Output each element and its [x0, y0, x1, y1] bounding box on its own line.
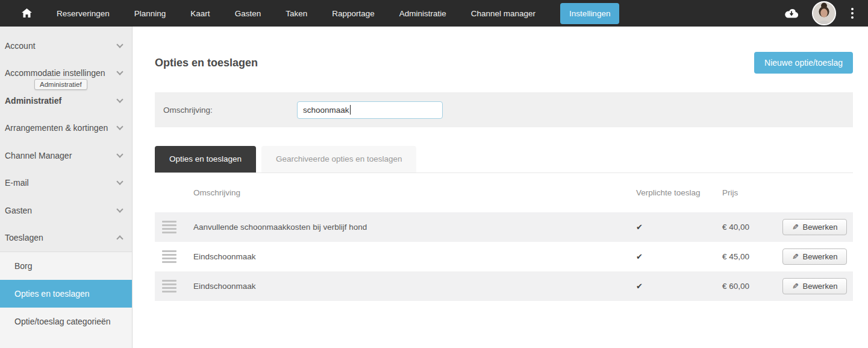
row-omschrijving: Eindschoonmaak: [193, 252, 636, 261]
kebab-menu-icon[interactable]: [850, 7, 855, 20]
nav-item-planning[interactable]: Planning: [134, 9, 166, 18]
sidebar-item-label: Account: [5, 41, 36, 51]
sidebar-item-label: Toeslagen: [5, 233, 43, 242]
page-title: Opties en toeslagen: [155, 57, 258, 69]
check-icon: ✔: [636, 252, 722, 261]
chevron-up-icon: [116, 236, 123, 242]
sidebar-item-label: Accommodatie instellingen: [5, 68, 105, 78]
chevron-down-icon: [116, 69, 123, 75]
nav-item-channel-manager[interactable]: Channel manager: [471, 9, 535, 18]
new-optie-toeslag-button[interactable]: Nieuwe optie/toeslag: [754, 52, 853, 74]
settings-sidebar: Account Accommodatie instellingen Admini…: [0, 27, 133, 348]
column-header-omschrijving: Omschrijving: [193, 188, 636, 197]
sidebar-item-label: E-mail: [5, 178, 29, 188]
text-cursor: [350, 105, 351, 115]
bewerken-label: Bewerken: [803, 223, 838, 232]
drag-handle-icon[interactable]: [162, 221, 176, 233]
tab-opties-en-toeslagen[interactable]: Opties en toeslagen: [155, 146, 256, 172]
drag-handle-icon[interactable]: [162, 250, 176, 263]
table-row: Aanvullende schoonmaakkosten bij verblij…: [155, 212, 853, 242]
sidebar-item-channel-manager[interactable]: Channel Manager: [0, 142, 132, 169]
bewerken-button[interactable]: ✎ Bewerken: [782, 278, 847, 294]
sidebar-item-label: Gasten: [5, 206, 32, 215]
table-header: Omschrijving Verplichte toeslag Prijs: [155, 173, 853, 212]
chevron-down-icon: [116, 151, 123, 157]
input-value: schoonmaak: [303, 106, 349, 115]
nav-item-administratie[interactable]: Administratie: [399, 9, 446, 18]
row-prijs: € 40,00: [722, 223, 782, 232]
sidebar-item-account[interactable]: Account: [0, 32, 132, 60]
sidebar-subitem-borg[interactable]: Borg: [0, 252, 132, 280]
nav-item-gasten[interactable]: Gasten: [235, 9, 261, 18]
bewerken-label: Bewerken: [803, 282, 838, 291]
opties-table: Omschrijving Verplichte toeslag Prijs Aa…: [155, 173, 853, 301]
bewerken-button[interactable]: ✎ Bewerken: [782, 248, 847, 265]
nav-item-taken[interactable]: Taken: [286, 9, 307, 18]
drag-handle-icon[interactable]: [162, 280, 176, 293]
bewerken-label: Bewerken: [803, 252, 838, 261]
bewerken-button[interactable]: ✎ Bewerken: [782, 219, 847, 235]
tab-bar: Opties en toeslagen Gearchiveerde opties…: [155, 147, 853, 173]
chevron-down-icon: [116, 96, 123, 103]
nav-item-kaart[interactable]: Kaart: [190, 9, 210, 18]
top-navigation: Reserveringen Planning Kaart Gasten Take…: [0, 0, 868, 27]
chevron-down-icon: [116, 41, 123, 48]
cloud-download-icon[interactable]: [785, 8, 798, 18]
chevron-down-icon: [116, 124, 123, 130]
sidebar-hover-tooltip: Administratief: [34, 79, 87, 90]
check-icon: ✔: [636, 223, 722, 232]
filter-bar: Omschrijving: schoonmaak: [155, 92, 853, 127]
sidebar-item-label: Administratief: [5, 96, 61, 106]
user-avatar[interactable]: [812, 1, 836, 25]
app-screen: Reserveringen Planning Kaart Gasten Take…: [0, 0, 868, 348]
sidebar-item-gasten[interactable]: Gasten: [0, 197, 132, 224]
page-header: Opties en toeslagen Nieuwe optie/toeslag: [155, 52, 853, 74]
sidebar-item-label: Arrangementen & kortingen: [5, 123, 108, 133]
home-icon[interactable]: [22, 8, 32, 18]
nav-item-reserveringen[interactable]: Reserveringen: [57, 9, 110, 18]
nav-item-rapportage[interactable]: Rapportage: [332, 9, 375, 18]
nav-item-instellingen-active[interactable]: Instellingen: [560, 3, 619, 24]
omschrijving-filter-label: Omschrijving:: [163, 106, 297, 115]
chevron-down-icon: [116, 179, 123, 185]
column-header-prijs: Prijs: [722, 188, 782, 197]
check-icon: ✔: [636, 282, 722, 291]
sidebar-item-toeslagen[interactable]: Toeslagen: [0, 224, 132, 252]
pencil-icon: ✎: [792, 252, 799, 261]
chevron-down-icon: [116, 206, 123, 212]
row-prijs: € 60,00: [722, 282, 782, 291]
sidebar-subitem-opties-en-toeslagen[interactable]: Opties en toeslagen: [0, 280, 132, 308]
tab-gearchiveerde-opties-en-toeslagen[interactable]: Gearchiveerde opties en toeslagen: [261, 146, 416, 172]
sidebar-item-email[interactable]: E-mail: [0, 169, 132, 197]
sidebar-item-administratief[interactable]: Administratief: [0, 87, 132, 115]
table-row: Eindschoonmaak ✔ € 60,00 ✎ Bewerken: [155, 271, 853, 301]
omschrijving-filter-input[interactable]: schoonmaak: [297, 101, 443, 119]
toeslagen-submenu: Borg Opties en toeslagen Optie/toeslag c…: [0, 252, 132, 348]
pencil-icon: ✎: [792, 282, 799, 291]
sidebar-item-label: Channel Manager: [5, 151, 72, 160]
row-omschrijving: Eindschoonmaak: [193, 282, 636, 291]
column-header-verplichte-toeslag: Verplichte toeslag: [636, 188, 722, 197]
sidebar-item-arrangementen-kortingen[interactable]: Arrangementen & kortingen: [0, 115, 132, 142]
main-content: Opties en toeslagen Nieuwe optie/toeslag…: [133, 27, 868, 348]
row-omschrijving: Aanvullende schoonmaakkosten bij verblij…: [193, 223, 636, 232]
table-row: Eindschoonmaak ✔ € 45,00 ✎ Bewerken: [155, 242, 853, 271]
sidebar-subitem-optie-toeslag-categorieen[interactable]: Optie/toeslag categorieën: [0, 308, 132, 335]
pencil-icon: ✎: [792, 223, 799, 232]
row-prijs: € 45,00: [722, 252, 782, 261]
